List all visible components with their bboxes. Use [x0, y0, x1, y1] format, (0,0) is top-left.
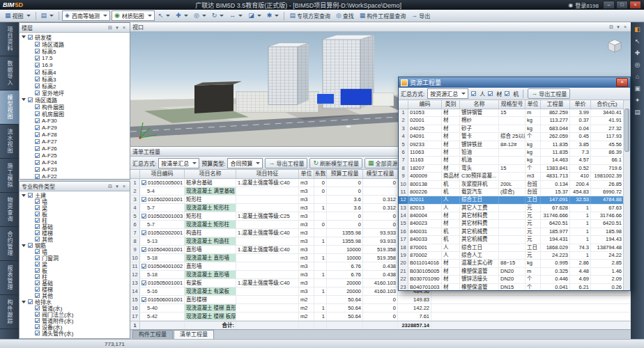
resource-filter-checkbox[interactable]: 材 [488, 90, 502, 97]
floor-tree-item[interactable]: A-F23 [20, 166, 130, 173]
viewport-tool-button[interactable]: ↔ [227, 12, 245, 19]
resource-row[interactable]: 19 870002 人 综合人工 元 24.223 1 24.22 [399, 252, 624, 260]
maximize-button[interactable]: □ [616, 1, 628, 9]
column-header[interactable]: 合价(元) [591, 100, 624, 109]
column-header[interactable]: 单价 [570, 100, 591, 109]
checkbox[interactable] [35, 153, 40, 158]
nav-tab[interactable]: 报表管理 [0, 261, 19, 295]
type-tree-item[interactable]: 其他 [20, 236, 130, 242]
checkbox[interactable] [35, 77, 40, 81]
type-tree-item[interactable]: 基础 [20, 223, 130, 230]
type-tree-item[interactable]: 给排水 [20, 299, 130, 305]
row-checkbox[interactable] [141, 297, 146, 302]
checkbox[interactable] [35, 111, 40, 116]
scrollbar-thumb[interactable] [624, 109, 629, 152]
resource-row[interactable]: 1 01053 材 镀锌钢管 15 m 862.259 3.99 3440.41 [399, 109, 624, 117]
floor-tree-item[interactable]: 场区道路 [20, 96, 130, 103]
checkbox[interactable] [35, 104, 40, 109]
pin-icon[interactable]: ⊟ [608, 23, 615, 31]
nav-tab[interactable]: 施工模拟 [0, 159, 19, 193]
column-header[interactable]: 项目特征 [236, 170, 299, 178]
floor-tree-item[interactable]: A-F24 [20, 159, 130, 166]
nav-tab[interactable]: 构件跟踪 [0, 295, 19, 329]
toolbar-action-button[interactable]: → 导出 [409, 11, 432, 20]
resource-row[interactable]: 8 18207 材 弯头 15 个 1383.841 0.52 719.6 [399, 165, 624, 173]
checkbox[interactable] [35, 312, 40, 317]
checkbox[interactable] [28, 193, 33, 198]
checkbox[interactable] [28, 35, 33, 40]
chevron-down-icon[interactable]: ▾ [114, 182, 121, 190]
resource-row[interactable]: 18 870001 人 综合工日 工日 1868.029 74.3 138794… [399, 244, 624, 252]
checkbox[interactable] [35, 205, 40, 210]
floor-tree-item[interactable]: 标高5 [20, 47, 130, 54]
nav-tab[interactable]: 物资查询 [0, 193, 19, 227]
viewport-tool-button[interactable]: ✚ [174, 12, 190, 19]
pin-icon[interactable]: ⊟ [107, 24, 114, 31]
floor-tree-item[interactable]: 标高2 [20, 82, 130, 89]
checkbox[interactable] [35, 63, 40, 68]
resource-row[interactable]: 7 11163 材 机油 kg 14.463 4.57 66.1 [399, 157, 624, 164]
type-tree-item[interactable]: 钢筋 [20, 242, 130, 248]
resource-window-titlebar[interactable]: 资源工程量 × [399, 77, 630, 88]
nav-tab[interactable]: 合约管理 [0, 227, 19, 261]
viewport-tool-button[interactable]: ◪ [246, 12, 263, 19]
nav-tab[interactable]: 模型视图 [0, 90, 19, 125]
checkbox[interactable] [35, 274, 40, 279]
type-tree-item[interactable]: 门窗洞 [20, 255, 130, 261]
checkbox[interactable] [28, 97, 33, 102]
checkbox[interactable] [35, 268, 40, 273]
column-header[interactable] [130, 170, 140, 178]
column-header[interactable]: 工程量 [541, 100, 570, 109]
right-strip-tool-icon[interactable]: ▣ [632, 84, 643, 93]
column-header[interactable]: 单位 [526, 100, 541, 109]
checkbox[interactable] [35, 331, 40, 335]
floor-tree-item[interactable]: A-F28 [20, 131, 130, 138]
row-checkbox[interactable] [141, 264, 146, 269]
checkbox[interactable] [35, 293, 40, 298]
resource-row[interactable]: 10 800138 机 灰浆搅拌机 200L 台班 0.134 200.4 26… [399, 181, 624, 189]
type-tree-item[interactable]: 板 [20, 267, 130, 274]
column-header[interactable] [399, 100, 408, 109]
checkbox[interactable] [35, 132, 40, 137]
type-tree-item[interactable]: 管道附件(水) [20, 317, 130, 324]
resource-row[interactable]: 17 840033 机 其它机械费 元 194.431 1 194.43 [399, 236, 624, 244]
resource-row[interactable]: 14 840004 材 其它材料费 元 31746.666 1 31746.66 [399, 212, 624, 220]
floor-tree-item[interactable]: 研发楼 [20, 33, 130, 40]
display-mode-select[interactable]: ◉ 材质贴图 [112, 10, 155, 21]
checkbox[interactable] [35, 324, 40, 329]
viewport-tool-button[interactable]: ✱ [265, 12, 282, 19]
close-icon[interactable]: × [622, 23, 629, 31]
resource-row[interactable]: 9 400009 商品材 C30预拌混凝... m3 4831.713 410 … [399, 173, 624, 180]
dock-tab[interactable]: 清单工程量 [174, 330, 214, 339]
checkbox[interactable] [35, 139, 40, 144]
row-checkbox[interactable] [141, 214, 146, 219]
checkbox[interactable] [35, 84, 40, 88]
minimize-button[interactable]: – [603, 1, 615, 9]
floor-tree-item[interactable]: 场区道路 [20, 40, 130, 47]
table-row[interactable]: 16 5-40 现浇混凝土 楼梯 直形 m2 1 50.64 0 142.22 [130, 304, 631, 313]
column-header[interactable]: 模型工程量 [363, 170, 398, 178]
column-header[interactable]: 预算工程量 [327, 170, 363, 178]
quantity-action-button[interactable]: ↻ 刷新模型工程量 [309, 158, 362, 168]
row-checkbox[interactable] [141, 180, 146, 185]
checkbox[interactable] [28, 243, 33, 248]
resource-quantity-window[interactable]: 资源工程量 × 汇总方式: 按资源汇总 人 材 [398, 77, 631, 291]
checkbox[interactable] [35, 255, 40, 260]
resource-summary-select[interactable]: 按资源汇总 [427, 88, 468, 99]
export-quantity-button[interactable]: → 导出工程量 [528, 88, 570, 99]
type-tree-item[interactable]: 墙 [20, 198, 130, 205]
summary-mode-select[interactable]: 按清单汇总 [158, 158, 199, 168]
floor-tree-item[interactable]: 室外地坪 [20, 89, 130, 96]
column-header[interactable]: 编码 [408, 100, 442, 109]
user-account[interactable]: ◉ 登录8198 [568, 1, 599, 9]
pin-icon[interactable]: ⊟ [107, 182, 114, 190]
checkbox[interactable] [35, 118, 40, 123]
resource-row[interactable]: 3 04025 材 砂子 kg 683.044 0.04 27.32 [399, 125, 624, 133]
checkbox[interactable] [28, 299, 33, 304]
type-tree-item[interactable]: 基础 [20, 280, 130, 286]
type-tree-item[interactable]: 通头管件(水) [20, 330, 130, 336]
floor-tree-item[interactable]: 标高4 [20, 68, 130, 75]
type-tree-item[interactable]: 柱 [20, 274, 130, 280]
floor-tree-item[interactable]: A-F30 [20, 117, 130, 124]
view-cube[interactable] [606, 36, 624, 54]
